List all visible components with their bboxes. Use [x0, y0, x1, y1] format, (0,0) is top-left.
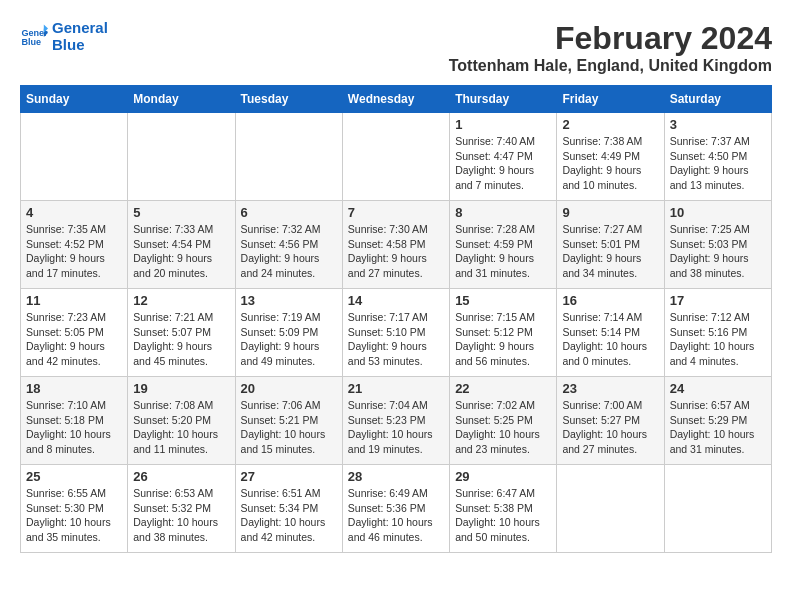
calendar-cell: 13Sunrise: 7:19 AMSunset: 5:09 PMDayligh…: [235, 289, 342, 377]
day-info: Sunrise: 7:12 AMSunset: 5:16 PMDaylight:…: [670, 310, 766, 369]
day-info: Sunrise: 7:17 AMSunset: 5:10 PMDaylight:…: [348, 310, 444, 369]
day-number: 22: [455, 381, 551, 396]
day-info: Sunrise: 7:14 AMSunset: 5:14 PMDaylight:…: [562, 310, 658, 369]
calendar-week-1: 1Sunrise: 7:40 AMSunset: 4:47 PMDaylight…: [21, 113, 772, 201]
title-block: February 2024 Tottenham Hale, England, U…: [449, 20, 772, 75]
day-number: 9: [562, 205, 658, 220]
day-number: 23: [562, 381, 658, 396]
day-info: Sunrise: 6:57 AMSunset: 5:29 PMDaylight:…: [670, 398, 766, 457]
day-info: Sunrise: 7:27 AMSunset: 5:01 PMDaylight:…: [562, 222, 658, 281]
day-info: Sunrise: 7:15 AMSunset: 5:12 PMDaylight:…: [455, 310, 551, 369]
calendar-week-3: 11Sunrise: 7:23 AMSunset: 5:05 PMDayligh…: [21, 289, 772, 377]
calendar-cell: 19Sunrise: 7:08 AMSunset: 5:20 PMDayligh…: [128, 377, 235, 465]
day-number: 29: [455, 469, 551, 484]
calendar-cell: 15Sunrise: 7:15 AMSunset: 5:12 PMDayligh…: [450, 289, 557, 377]
calendar-cell: 12Sunrise: 7:21 AMSunset: 5:07 PMDayligh…: [128, 289, 235, 377]
logo-text: General: [52, 20, 108, 37]
calendar-cell: 8Sunrise: 7:28 AMSunset: 4:59 PMDaylight…: [450, 201, 557, 289]
calendar-cell: [342, 113, 449, 201]
weekday-header-row: SundayMondayTuesdayWednesdayThursdayFrid…: [21, 86, 772, 113]
day-number: 26: [133, 469, 229, 484]
day-number: 6: [241, 205, 337, 220]
day-info: Sunrise: 7:08 AMSunset: 5:20 PMDaylight:…: [133, 398, 229, 457]
day-info: Sunrise: 7:28 AMSunset: 4:59 PMDaylight:…: [455, 222, 551, 281]
main-title: February 2024: [449, 20, 772, 57]
calendar-cell: 6Sunrise: 7:32 AMSunset: 4:56 PMDaylight…: [235, 201, 342, 289]
day-number: 7: [348, 205, 444, 220]
calendar-cell: 28Sunrise: 6:49 AMSunset: 5:36 PMDayligh…: [342, 465, 449, 553]
calendar-cell: 26Sunrise: 6:53 AMSunset: 5:32 PMDayligh…: [128, 465, 235, 553]
calendar-cell: 14Sunrise: 7:17 AMSunset: 5:10 PMDayligh…: [342, 289, 449, 377]
calendar-cell: 11Sunrise: 7:23 AMSunset: 5:05 PMDayligh…: [21, 289, 128, 377]
day-number: 28: [348, 469, 444, 484]
calendar-cell: 1Sunrise: 7:40 AMSunset: 4:47 PMDaylight…: [450, 113, 557, 201]
calendar-cell: 25Sunrise: 6:55 AMSunset: 5:30 PMDayligh…: [21, 465, 128, 553]
calendar-cell: 21Sunrise: 7:04 AMSunset: 5:23 PMDayligh…: [342, 377, 449, 465]
calendar-cell: [235, 113, 342, 201]
day-info: Sunrise: 7:21 AMSunset: 5:07 PMDaylight:…: [133, 310, 229, 369]
calendar-cell: [664, 465, 771, 553]
calendar-cell: 3Sunrise: 7:37 AMSunset: 4:50 PMDaylight…: [664, 113, 771, 201]
calendar-week-4: 18Sunrise: 7:10 AMSunset: 5:18 PMDayligh…: [21, 377, 772, 465]
weekday-header-saturday: Saturday: [664, 86, 771, 113]
calendar-week-2: 4Sunrise: 7:35 AMSunset: 4:52 PMDaylight…: [21, 201, 772, 289]
logo-icon: General Blue: [20, 23, 48, 51]
weekday-header-sunday: Sunday: [21, 86, 128, 113]
calendar-cell: 4Sunrise: 7:35 AMSunset: 4:52 PMDaylight…: [21, 201, 128, 289]
day-number: 20: [241, 381, 337, 396]
logo-subtext: Blue: [52, 37, 108, 54]
day-number: 11: [26, 293, 122, 308]
calendar-cell: 10Sunrise: 7:25 AMSunset: 5:03 PMDayligh…: [664, 201, 771, 289]
calendar-cell: 2Sunrise: 7:38 AMSunset: 4:49 PMDaylight…: [557, 113, 664, 201]
calendar-cell: 27Sunrise: 6:51 AMSunset: 5:34 PMDayligh…: [235, 465, 342, 553]
weekday-header-wednesday: Wednesday: [342, 86, 449, 113]
calendar-cell: 24Sunrise: 6:57 AMSunset: 5:29 PMDayligh…: [664, 377, 771, 465]
day-info: Sunrise: 6:51 AMSunset: 5:34 PMDaylight:…: [241, 486, 337, 545]
day-info: Sunrise: 7:33 AMSunset: 4:54 PMDaylight:…: [133, 222, 229, 281]
day-info: Sunrise: 6:47 AMSunset: 5:38 PMDaylight:…: [455, 486, 551, 545]
day-info: Sunrise: 7:25 AMSunset: 5:03 PMDaylight:…: [670, 222, 766, 281]
day-number: 17: [670, 293, 766, 308]
calendar-table: SundayMondayTuesdayWednesdayThursdayFrid…: [20, 85, 772, 553]
weekday-header-thursday: Thursday: [450, 86, 557, 113]
day-number: 12: [133, 293, 229, 308]
calendar-week-5: 25Sunrise: 6:55 AMSunset: 5:30 PMDayligh…: [21, 465, 772, 553]
day-info: Sunrise: 7:40 AMSunset: 4:47 PMDaylight:…: [455, 134, 551, 193]
day-info: Sunrise: 7:10 AMSunset: 5:18 PMDaylight:…: [26, 398, 122, 457]
calendar-cell: [21, 113, 128, 201]
day-info: Sunrise: 7:00 AMSunset: 5:27 PMDaylight:…: [562, 398, 658, 457]
day-number: 8: [455, 205, 551, 220]
day-info: Sunrise: 7:30 AMSunset: 4:58 PMDaylight:…: [348, 222, 444, 281]
day-number: 24: [670, 381, 766, 396]
day-number: 14: [348, 293, 444, 308]
weekday-header-monday: Monday: [128, 86, 235, 113]
day-number: 25: [26, 469, 122, 484]
calendar-cell: 5Sunrise: 7:33 AMSunset: 4:54 PMDaylight…: [128, 201, 235, 289]
day-number: 2: [562, 117, 658, 132]
day-info: Sunrise: 6:55 AMSunset: 5:30 PMDaylight:…: [26, 486, 122, 545]
page-header: General Blue General Blue February 2024 …: [20, 20, 772, 75]
calendar-cell: 29Sunrise: 6:47 AMSunset: 5:38 PMDayligh…: [450, 465, 557, 553]
day-info: Sunrise: 7:06 AMSunset: 5:21 PMDaylight:…: [241, 398, 337, 457]
day-number: 10: [670, 205, 766, 220]
calendar-cell: [557, 465, 664, 553]
day-number: 21: [348, 381, 444, 396]
day-info: Sunrise: 7:02 AMSunset: 5:25 PMDaylight:…: [455, 398, 551, 457]
day-info: Sunrise: 6:53 AMSunset: 5:32 PMDaylight:…: [133, 486, 229, 545]
day-info: Sunrise: 7:23 AMSunset: 5:05 PMDaylight:…: [26, 310, 122, 369]
day-number: 13: [241, 293, 337, 308]
day-number: 1: [455, 117, 551, 132]
calendar-cell: [128, 113, 235, 201]
day-number: 27: [241, 469, 337, 484]
day-info: Sunrise: 7:37 AMSunset: 4:50 PMDaylight:…: [670, 134, 766, 193]
day-number: 5: [133, 205, 229, 220]
calendar-cell: 7Sunrise: 7:30 AMSunset: 4:58 PMDaylight…: [342, 201, 449, 289]
calendar-cell: 23Sunrise: 7:00 AMSunset: 5:27 PMDayligh…: [557, 377, 664, 465]
calendar-cell: 16Sunrise: 7:14 AMSunset: 5:14 PMDayligh…: [557, 289, 664, 377]
day-info: Sunrise: 6:49 AMSunset: 5:36 PMDaylight:…: [348, 486, 444, 545]
day-number: 15: [455, 293, 551, 308]
day-number: 18: [26, 381, 122, 396]
subtitle: Tottenham Hale, England, United Kingdom: [449, 57, 772, 75]
day-number: 4: [26, 205, 122, 220]
logo: General Blue General Blue: [20, 20, 108, 53]
